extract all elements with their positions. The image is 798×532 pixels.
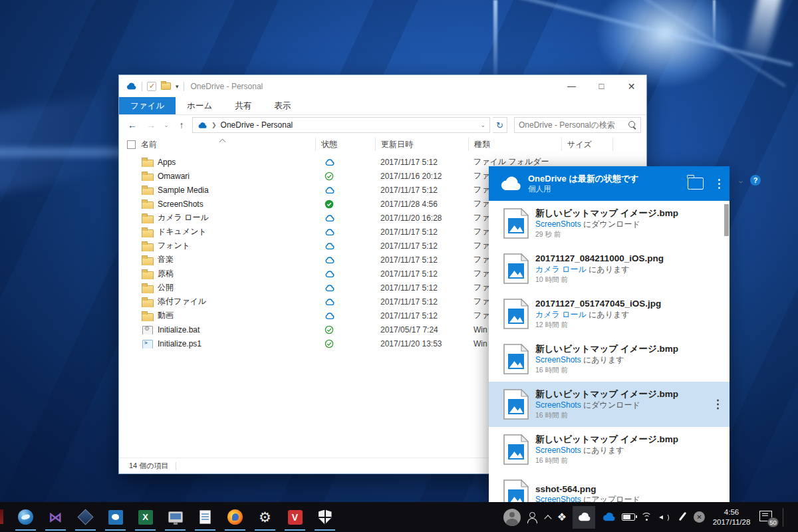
more-options-icon[interactable] (718, 179, 720, 189)
location-link[interactable]: カメラ ロール (535, 310, 587, 319)
status-tray-button[interactable]: ✕ (694, 502, 705, 532)
list-item[interactable]: 新しいビットマップ イメージ.bmp ScreenShots にあります 16 … (489, 336, 730, 382)
column-header-status[interactable]: 状態 (315, 138, 375, 151)
breadcrumb-chevron-icon[interactable]: ❯ (211, 122, 217, 128)
activity-text: 新しいビットマップ イメージ.bmp ScreenShots にあります 16 … (535, 343, 716, 375)
location-text: にアップロード (581, 495, 640, 502)
activity-time: 10 時間 前 (535, 275, 716, 285)
column-header-type[interactable]: 種類 (468, 138, 561, 151)
minimize-button[interactable]: — (557, 75, 587, 97)
taskbar-item-visual-studio[interactable]: ⋈ (41, 502, 70, 532)
item-more-options-icon[interactable] (717, 400, 719, 410)
list-item[interactable]: 新しいビットマップ イメージ.bmp ScreenShots にあります 16 … (489, 427, 730, 472)
onedrive-business-tray-button[interactable] (601, 502, 616, 532)
customize-qat-button[interactable]: ▾ (176, 83, 179, 90)
column-label-type: 種類 (474, 139, 490, 150)
column-header-size[interactable]: サイズ (561, 138, 612, 151)
taskbar-item-thunderbird[interactable] (11, 502, 41, 532)
column-header-name[interactable]: 名前 (119, 139, 315, 150)
back-button[interactable]: ← (124, 117, 140, 133)
taskbar-item-firefox[interactable] (220, 502, 250, 532)
ribbon-tab[interactable]: ホーム (176, 97, 223, 114)
dropbox-tray-button[interactable]: ❖ (557, 502, 567, 532)
activity-location: カメラ ロール にあります (535, 265, 716, 275)
activity-time: 16 時間 前 (535, 411, 716, 420)
sync-status-cell (315, 312, 375, 320)
column-header-modified[interactable]: 更新日時 (375, 138, 468, 151)
location-link[interactable]: ScreenShots (535, 219, 581, 229)
sync-status-cell (315, 270, 375, 278)
taskbar-item-screen-capture[interactable] (160, 502, 190, 532)
ribbon-tab[interactable]: 共有 (223, 97, 263, 114)
maximize-button[interactable]: □ (587, 75, 616, 97)
list-item[interactable]: sshot-564.png ScreenShots にアップロード (489, 472, 730, 502)
show-desktop-button[interactable] (789, 502, 794, 532)
file-type-icon (142, 172, 153, 181)
address-dropdown-icon[interactable]: ⌄ (480, 122, 485, 128)
activity-location: ScreenShots にあります (535, 446, 716, 456)
list-item[interactable]: 20171127_051747045_iOS.jpg カメラ ロール にあります… (489, 291, 730, 336)
search-input[interactable] (519, 120, 628, 130)
select-all-checkbox[interactable] (127, 140, 136, 149)
up-button[interactable]: ↑ (174, 117, 190, 133)
close-button[interactable]: ✕ (616, 75, 646, 97)
flyout-subtitle: 個人用 (528, 184, 639, 194)
location-link[interactable]: ScreenShots (535, 446, 581, 455)
activity-time: 29 秒 前 (535, 230, 716, 239)
sync-status-cell (315, 228, 375, 236)
activity-text: 新しいビットマップ イメージ.bmp ScreenShots にダウンロード 1… (535, 388, 716, 420)
taskbar-item-settings[interactable]: ⚙ (250, 502, 280, 532)
onedrive-blue-cloud-icon (601, 512, 616, 522)
modified-date-cell: 2017/11/17 5:12 (375, 241, 468, 251)
taskbar-item-tween[interactable] (100, 502, 130, 532)
action-center-button[interactable]: 50 (758, 502, 775, 532)
taskbar-item-notepad[interactable] (190, 502, 220, 532)
list-item[interactable]: 20171127_084211000_iOS.png カメラ ロール にあります… (489, 246, 730, 291)
flyout-scrollbar-thumb[interactable] (724, 204, 729, 236)
taskbar-item-vivaldi[interactable]: V (280, 502, 310, 532)
battery-tray-button[interactable] (622, 502, 635, 532)
clipped-app-icon[interactable] (0, 509, 3, 524)
location-link[interactable]: ScreenShots (535, 495, 581, 502)
onedrive-tray-button-active[interactable] (573, 506, 595, 529)
flyout-header: OneDrive は最新の状態です 個人用 (489, 166, 730, 201)
show-hidden-icons-button[interactable] (545, 502, 551, 532)
list-item[interactable]: 新しいビットマップ イメージ.bmp ScreenShots にダウンロード 1… (489, 382, 730, 427)
onedrive-white-cloud-icon (577, 512, 591, 522)
taskbar-item-defender[interactable] (310, 502, 340, 532)
activity-text: 新しいビットマップ イメージ.bmp ScreenShots にあります 16 … (535, 434, 716, 466)
user-avatar[interactable] (503, 502, 521, 532)
separator (142, 82, 142, 91)
location-link[interactable]: ScreenShots (535, 400, 581, 410)
pen-tray-button[interactable] (677, 502, 688, 532)
ribbon-tab[interactable]: ファイル (119, 97, 176, 114)
people-button[interactable] (527, 502, 539, 532)
search-icon[interactable] (628, 121, 636, 129)
volume-tray-button[interactable] (659, 502, 671, 532)
refresh-button[interactable]: ↻ (493, 117, 507, 133)
recent-locations-icon[interactable]: ⌄ (162, 117, 171, 133)
taskbar-item-excel[interactable]: X (130, 502, 160, 532)
location-link[interactable]: ScreenShots (535, 355, 581, 364)
forward-button[interactable]: → (143, 117, 159, 133)
wallpaper-beam (493, 0, 497, 78)
synced-status-icon (325, 172, 334, 181)
modified-date-cell: 2017/11/17 5:12 (375, 283, 468, 293)
file-name-cell: Sample Media (119, 186, 315, 195)
open-folder-button[interactable] (688, 178, 704, 190)
properties-button[interactable] (147, 82, 156, 91)
window-title: OneDrive - Personal (191, 82, 263, 91)
image-file-icon (503, 479, 529, 502)
location-link[interactable]: カメラ ロール (535, 265, 587, 274)
list-item[interactable]: 新しいビットマップ イメージ.bmp ScreenShots にダウンロード 2… (489, 201, 730, 246)
address-box[interactable]: ❯ OneDrive - Personal ⌄ (192, 117, 490, 133)
thunderbird-icon (18, 509, 33, 525)
virtualbox-icon (77, 509, 93, 525)
new-folder-button[interactable] (161, 82, 171, 90)
twitter-client-icon (108, 510, 123, 525)
clock[interactable]: 4:56 2017/11/28 (711, 502, 752, 532)
ribbon-tab[interactable]: 表示 (263, 97, 302, 114)
network-tray-button[interactable] (641, 502, 653, 532)
breadcrumb[interactable]: OneDrive - Personal (221, 120, 293, 130)
taskbar-item-virtualbox[interactable] (70, 502, 100, 532)
